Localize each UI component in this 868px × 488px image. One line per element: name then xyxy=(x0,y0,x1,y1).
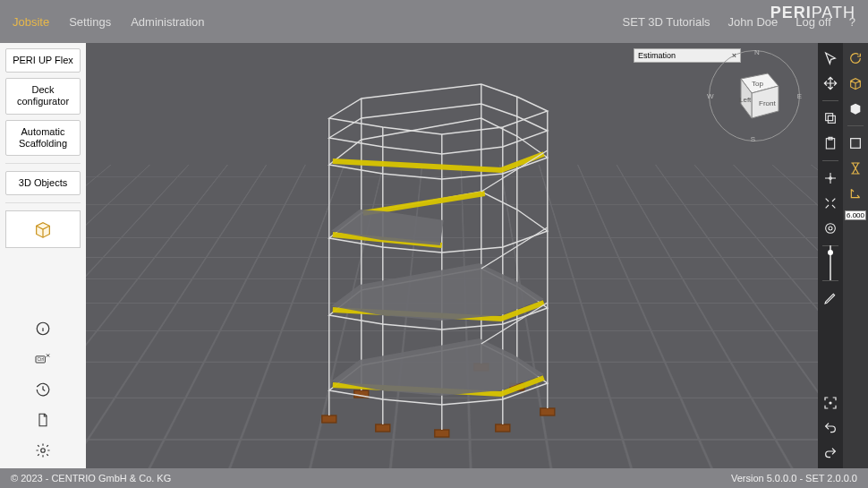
pencil-icon[interactable] xyxy=(822,290,838,306)
paste-icon[interactable] xyxy=(822,135,838,151)
btn-deck-configurator[interactable]: Deck configurator xyxy=(5,78,81,114)
popup-title: Estimation xyxy=(638,51,676,60)
cursor-icon[interactable] xyxy=(822,50,838,66)
expand-icon[interactable] xyxy=(822,195,838,211)
nav-settings[interactable]: Settings xyxy=(69,15,111,29)
compass-n: N xyxy=(754,48,760,56)
svg-point-3 xyxy=(41,449,46,453)
compass-w: W xyxy=(707,92,714,100)
btn-3d-objects[interactable]: 3D Objects xyxy=(5,171,81,195)
target-icon[interactable] xyxy=(822,220,838,236)
document-icon[interactable] xyxy=(5,407,81,432)
svg-rect-12 xyxy=(826,114,833,121)
svg-rect-13 xyxy=(828,116,835,123)
btn-transparent-cube[interactable] xyxy=(5,210,81,248)
footer-copyright: © 2023 - CENTRIO GmbH & Co. KG xyxy=(11,473,171,484)
compass-s: S xyxy=(751,135,755,143)
btn-automatic-scaffolding[interactable]: Automatic Scaffolding xyxy=(5,120,81,156)
svg-rect-8 xyxy=(540,408,555,415)
redo-icon[interactable] xyxy=(822,445,838,461)
svg-text:Ctrl: Ctrl xyxy=(38,357,44,362)
box-icon[interactable] xyxy=(847,75,864,91)
hourglass-icon[interactable] xyxy=(847,160,864,176)
svg-rect-4 xyxy=(322,415,336,423)
nav-jobsite[interactable]: Jobsite xyxy=(13,15,49,29)
navigate-icon[interactable] xyxy=(822,170,838,186)
3d-viewport[interactable]: Estimation × Top Front Left N S E xyxy=(86,43,818,468)
copy-icon[interactable] xyxy=(822,110,838,126)
brand-logo: PERIPATH xyxy=(770,4,855,22)
compass-e: E xyxy=(797,92,802,100)
right-toolbar-inner xyxy=(818,43,843,468)
svg-rect-5 xyxy=(376,424,390,432)
measure-input[interactable] xyxy=(845,210,866,220)
svg-point-18 xyxy=(829,227,832,230)
svg-point-21 xyxy=(830,402,831,404)
footer-bar: © 2023 - CENTRIO GmbH & Co. KG Version 5… xyxy=(0,468,868,488)
ctrl-close-icon[interactable]: Ctrl xyxy=(5,347,81,372)
left-sidebar: PERI UP Flex Deck configurator Automatic… xyxy=(0,43,86,468)
settings-icon[interactable] xyxy=(5,438,81,463)
nav-administration[interactable]: Administration xyxy=(131,15,204,29)
svg-rect-7 xyxy=(496,424,510,432)
history-icon[interactable] xyxy=(5,377,81,402)
rotate-icon[interactable] xyxy=(847,50,864,66)
svg-rect-6 xyxy=(435,430,449,437)
nav-tutorials[interactable]: SET 3D Tutorials xyxy=(623,15,711,29)
move-icon[interactable] xyxy=(822,75,838,91)
slider-icon[interactable] xyxy=(822,255,838,271)
svg-point-20 xyxy=(828,250,833,255)
solid-box-icon[interactable] xyxy=(847,100,864,116)
top-bar: PERIPATH Jobsite Settings Administration… xyxy=(0,0,868,43)
view-cube[interactable]: Top Front Left N S E W xyxy=(723,64,786,127)
footer-version: Version 5.0.0.0 - SET 2.0.0.0 xyxy=(731,473,857,484)
svg-point-17 xyxy=(826,224,836,234)
right-toolbar-outer xyxy=(843,43,868,468)
info-icon[interactable] xyxy=(5,316,81,341)
focus-icon[interactable] xyxy=(822,395,838,411)
btn-peri-up-flex[interactable]: PERI UP Flex xyxy=(5,48,81,73)
undo-icon[interactable] xyxy=(822,420,838,436)
svg-rect-22 xyxy=(851,139,861,149)
scaffold-model xyxy=(242,68,617,444)
frame-icon[interactable] xyxy=(847,135,864,151)
dimension-icon[interactable] xyxy=(847,185,864,201)
